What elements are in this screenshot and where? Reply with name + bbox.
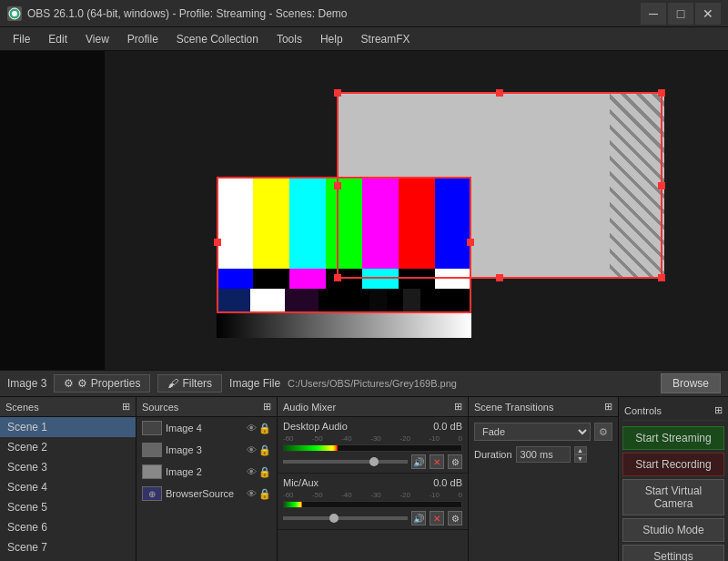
scene-item-5[interactable]: Scene 5 (0, 497, 136, 517)
source-item-browser[interactable]: ⊕ BrowserSource 👁 🔒 (136, 483, 277, 505)
desktop-audio-header: Desktop Audio 0.0 dB (283, 421, 462, 432)
source-name-image2: Image 2 (166, 466, 243, 477)
mic-aux-meter (283, 501, 462, 508)
bar-green (326, 177, 362, 269)
menu-file[interactable]: File (4, 31, 39, 47)
scene-list: Scene 1 Scene 2 Scene 3 Scene 4 Scene 5 … (0, 417, 136, 561)
duration-input[interactable] (516, 446, 571, 463)
menu-scene-collection[interactable]: Scene Collection (167, 31, 268, 47)
source-item-image3[interactable]: Image 3 👁 🔒 (136, 439, 277, 461)
titlebar: OBS 26.1.0 (64-bit, windows) - Profile: … (0, 0, 728, 27)
menu-profile[interactable]: Profile (118, 31, 167, 47)
scene-item-3[interactable]: Scene 3 (0, 457, 136, 477)
desktop-audio-mute-button[interactable]: 🔊 (411, 454, 426, 469)
svg-point-1 (12, 11, 17, 16)
eye-icon-image4[interactable]: 👁 (247, 423, 257, 434)
lock-icon-image4[interactable]: 🔒 (258, 423, 271, 434)
source-name-browser: BrowserSource (166, 488, 243, 499)
sources-panel: Sources ⊞ Image 4 👁 🔒 Image 3 👁 🔒 (136, 397, 278, 561)
controls-header: Controls ⊞ (622, 401, 724, 421)
desktop-audio-volume-slider[interactable] (283, 460, 408, 464)
filters-button[interactable]: 🖌 Filters (157, 374, 222, 393)
source-icons-image3: 👁 🔒 (247, 444, 271, 456)
sub-bar-black3 (399, 269, 435, 290)
start-camera-button[interactable]: Start Virtual Camera (622, 479, 724, 515)
transition-select[interactable]: Fade Cut Swipe Slide Stinger (474, 423, 591, 441)
preview-dark-left (0, 51, 105, 370)
menu-help[interactable]: Help (311, 31, 352, 47)
mic-aux-gear-button[interactable]: ⚙ (448, 511, 462, 525)
sources-header-icon: ⊞ (263, 401, 271, 413)
source-bar-label: Image 3 (7, 377, 46, 390)
scene-item-4[interactable]: Scene 4 (0, 477, 136, 497)
desktop-audio-meter (283, 444, 462, 452)
eye-icon-image2[interactable]: 👁 (247, 466, 257, 478)
browse-button[interactable]: Browse (661, 373, 721, 393)
image-path: C:/Users/OBS/Pictures/Grey169B.png (288, 378, 653, 389)
mic-aux-config-button[interactable]: ✕ (430, 511, 444, 525)
maximize-button[interactable]: □ (668, 3, 693, 25)
source-item-image2[interactable]: Image 2 👁 🔒 (136, 461, 277, 483)
bar-magenta (362, 177, 399, 269)
close-button[interactable]: ✕ (695, 3, 721, 25)
mic-aux-mute-button[interactable]: 🔊 (411, 511, 426, 525)
source-name-image3: Image 3 (166, 444, 243, 455)
scene-item-2[interactable]: Scene 2 (0, 437, 136, 457)
scene-item-8[interactable]: Scene 8 (0, 557, 136, 561)
lock-icon-browser[interactable]: 🔒 (258, 488, 271, 500)
scene-transitions-icon: ⊞ (604, 401, 612, 413)
titlebar-controls: ─ □ ✕ (641, 3, 721, 25)
eye-icon-browser[interactable]: 👁 (247, 488, 257, 500)
bot-bar-nearblack2 (403, 289, 420, 313)
titlebar-title: OBS 26.1.0 (64-bit, windows) - Profile: … (27, 7, 347, 20)
image-file-label: Image File (229, 377, 280, 390)
menu-streamfx[interactable]: StreamFX (352, 31, 420, 47)
bot-bar-darkpurple (285, 289, 318, 313)
desktop-audio-config-button[interactable]: ✕ (430, 454, 444, 469)
scenes-header-icon: ⊞ (122, 401, 130, 413)
studio-mode-button[interactable]: Studio Mode (622, 518, 724, 542)
gear-icon: ⚙ (64, 377, 74, 390)
desktop-audio-db: 0.0 dB (433, 421, 462, 432)
controls-panel: Controls ⊞ Start Streaming Start Recordi… (619, 397, 728, 561)
sub-bar-blue (217, 269, 253, 290)
source-thumb-image2 (142, 464, 162, 479)
sources-title: Sources (142, 402, 178, 413)
scene-item-6[interactable]: Scene 6 (0, 517, 136, 537)
desktop-audio-gear-button[interactable]: ⚙ (448, 454, 462, 469)
lock-icon-image2[interactable]: 🔒 (258, 466, 271, 478)
transition-gear-button[interactable]: ⚙ (594, 423, 612, 441)
start-streaming-button[interactable]: Start Streaming (622, 426, 724, 450)
scenes-title: Scenes (5, 402, 39, 413)
start-recording-button[interactable]: Start Recording (622, 453, 724, 476)
mic-aux-volume-slider[interactable] (283, 516, 408, 520)
duration-label: Duration (474, 449, 512, 460)
transition-type-row: Fade Cut Swipe Slide Stinger ⚙ (469, 417, 618, 444)
bot-bar-black2 (387, 289, 404, 313)
scene-item-1[interactable]: Scene 1 (0, 417, 136, 437)
sources-header: Sources ⊞ (136, 397, 277, 417)
settings-button[interactable]: Settings (622, 545, 724, 561)
smpte-color-bars (217, 177, 471, 313)
source-item-image4[interactable]: Image 4 👁 🔒 (136, 417, 277, 439)
menu-edit[interactable]: Edit (39, 31, 76, 47)
titlebar-left: OBS 26.1.0 (64-bit, windows) - Profile: … (7, 6, 347, 21)
source-thumb-browser: ⊕ (142, 486, 162, 501)
smpte-ramp (217, 313, 471, 338)
properties-button[interactable]: ⚙ ⚙ Properties (54, 374, 150, 393)
eye-icon-image3[interactable]: 👁 (247, 444, 257, 456)
source-name-image4: Image 4 (166, 423, 243, 434)
controls-title: Controls (624, 405, 662, 416)
obs-icon (7, 6, 22, 21)
lock-icon-image3[interactable]: 🔒 (258, 444, 271, 456)
minimize-button[interactable]: ─ (641, 3, 666, 25)
menu-tools[interactable]: Tools (268, 31, 311, 47)
duration-down-button[interactable]: ▼ (574, 454, 587, 463)
sub-bar-white (435, 269, 471, 290)
bar-yellow (253, 177, 289, 269)
audio-mixer-icon: ⊞ (454, 401, 462, 413)
menu-view[interactable]: View (76, 31, 118, 47)
scene-item-7[interactable]: Scene 7 (0, 537, 136, 557)
duration-up-button[interactable]: ▲ (574, 446, 587, 454)
menubar: File Edit View Profile Scene Collection … (0, 27, 728, 51)
